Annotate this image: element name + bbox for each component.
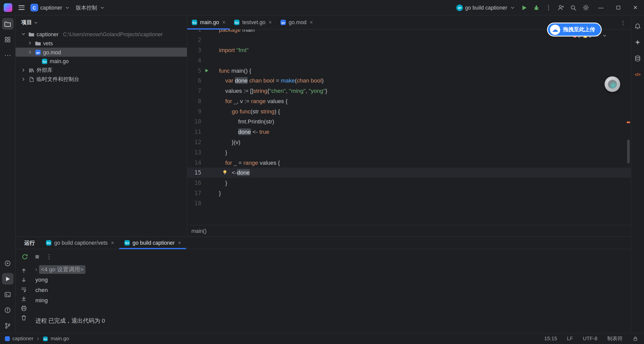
ai-assistant-button[interactable] [632, 36, 643, 48]
line-number: 2 [187, 35, 201, 45]
tree-item-临时文件和控制台[interactable]: 临时文件和控制台 [16, 75, 187, 84]
code-line-5[interactable]: 5func main() { [187, 66, 631, 76]
notifications-button[interactable] [632, 21, 643, 32]
code-editor[interactable]: 1package main23import "fmt"45func main()… [187, 30, 631, 225]
close-tab-icon[interactable]: × [269, 19, 272, 25]
endpoints-button[interactable]: </> [632, 69, 643, 80]
more-actions-button[interactable]: ⋮ [543, 2, 554, 14]
chevron-right-icon[interactable] [27, 41, 33, 46]
code-line-7[interactable]: 7 values := []string{"chen", "ming", "yo… [187, 86, 631, 96]
services-tool-button[interactable] [2, 257, 13, 269]
editor-tab-main.go[interactable]: Gomain.go× [187, 16, 229, 29]
more-tool-windows-button[interactable]: ⋯ [2, 49, 13, 61]
code-line-10[interactable]: 10 fmt.Println(str) [187, 117, 631, 127]
chevron-right-icon[interactable] [27, 50, 33, 55]
code-line-15[interactable]: 15 <-done [187, 168, 631, 178]
chevron-right-icon[interactable] [21, 77, 26, 82]
code-line-17[interactable]: 17} [187, 188, 631, 198]
code-line-8[interactable]: 8 for _, v := range values { [187, 96, 631, 106]
problems-tool-button[interactable] [2, 304, 13, 316]
terminal-tool-button[interactable] [2, 289, 13, 300]
upload-overlay[interactable]: ☁ 拖拽至此上传 [547, 23, 602, 37]
close-tab-icon[interactable]: × [178, 240, 181, 246]
vcs-widget[interactable]: 版本控制 [73, 2, 108, 14]
clear-console-button[interactable] [21, 315, 27, 321]
chevron-down-icon[interactable] [21, 32, 26, 37]
run-config-selector[interactable]: go go build captioner [454, 2, 518, 14]
close-tab-icon[interactable]: × [111, 240, 114, 246]
lock-icon[interactable] [632, 336, 638, 342]
project-panel-header[interactable]: 项目 [16, 16, 187, 30]
tree-item-captioner[interactable]: captionerC:\Users\meowr\GolandProjects\c… [16, 30, 187, 39]
maximize-button[interactable] [610, 0, 627, 15]
tab-options-button[interactable]: ⋮ [615, 16, 631, 29]
rerun-button[interactable] [21, 253, 28, 260]
line-number: 1 [187, 30, 201, 35]
code-line-3[interactable]: 3import "fmt" [187, 45, 631, 55]
scroll-to-end-button[interactable] [21, 296, 27, 302]
folded-output-chip[interactable]: <4 go 设置调用> [39, 265, 86, 274]
main-menu-button[interactable] [16, 2, 27, 14]
soft-wrap-button[interactable] [21, 286, 27, 293]
project-widget[interactable]: C captioner [27, 2, 73, 14]
editor-tab-testvet.go[interactable]: Gotestvet.go× [229, 16, 276, 29]
code-line-16[interactable]: 16 } [187, 178, 631, 188]
code-line-13[interactable]: 13 } [187, 147, 631, 158]
file-encoding[interactable]: UTF-8 [583, 336, 597, 342]
line-ending[interactable]: LF [567, 336, 573, 342]
code-line-6[interactable]: 6 var done chan bool = make(chan bool) [187, 76, 631, 86]
breadcrumb[interactable]: main() [187, 225, 631, 237]
caret-position[interactable]: 15:15 [544, 336, 557, 342]
scrollbar-thumb[interactable] [627, 140, 630, 163]
code-line-12[interactable]: 12 }(v) [187, 137, 631, 147]
statusbar-file[interactable]: main.go [51, 336, 69, 342]
up-stack-button[interactable] [21, 267, 27, 274]
structure-tool-button[interactable] [2, 34, 13, 45]
down-stack-button[interactable] [21, 277, 27, 283]
debug-button[interactable] [530, 2, 543, 14]
run-panel-title[interactable]: 运行 [16, 237, 41, 249]
code-line-11[interactable]: 11 done <- true [187, 127, 631, 137]
editor-tab-go.mod[interactable]: gogo.mod× [276, 16, 317, 29]
next-problem-button[interactable] [602, 33, 607, 38]
run-tab-go build captioner/vets[interactable]: Gogo build captioner/vets× [41, 237, 119, 249]
tree-item-go.mod[interactable]: gogo.mod [16, 48, 187, 57]
tree-item-外部库[interactable]: 外部库 [16, 66, 187, 75]
floating-overlay-widget[interactable] [605, 76, 620, 92]
close-button[interactable]: × [627, 0, 644, 15]
statusbar-breadcrumb[interactable]: captioner Go main.go [5, 336, 69, 342]
search-everywhere-button[interactable] [567, 2, 580, 14]
chevron-right-icon[interactable] [21, 68, 26, 73]
kebab-icon[interactable]: ⋮ [46, 253, 52, 260]
project-tool-button[interactable] [2, 18, 13, 30]
intention-bulb-icon[interactable] [222, 170, 227, 175]
print-button[interactable] [21, 305, 27, 312]
code-text: import "fmt" [212, 45, 249, 55]
code-line-4[interactable]: 4 [187, 55, 631, 66]
settings-button[interactable] [580, 2, 592, 14]
indent-style[interactable]: 制表符 [607, 335, 623, 342]
close-tab-icon[interactable]: × [222, 19, 225, 25]
stop-button[interactable] [34, 253, 40, 260]
editor-scrollbar[interactable] [627, 30, 630, 225]
code-line-18[interactable]: 18 [187, 198, 631, 209]
code-with-me-button[interactable] [554, 2, 567, 14]
console-line: chen [35, 285, 631, 295]
database-button[interactable] [632, 53, 643, 64]
vcs-tool-button[interactable] [2, 320, 13, 331]
code-line-14[interactable]: 14 for _ = range values { [187, 157, 631, 168]
tree-item-vets[interactable]: vets [16, 38, 187, 48]
minimize-button[interactable]: — [592, 0, 610, 15]
statusbar-project[interactable]: captioner [12, 336, 33, 342]
run-gutter-icon[interactable] [201, 66, 212, 76]
close-tab-icon[interactable]: × [310, 19, 313, 25]
code-line-9[interactable]: 9 go func(str string) { [187, 106, 631, 117]
run-button[interactable] [518, 2, 530, 14]
gutter [201, 45, 212, 55]
run-tool-button[interactable] [2, 273, 13, 285]
tree-item-main.go[interactable]: Gomain.go [16, 57, 187, 66]
run-tab-go build captioner[interactable]: Gogo build captioner× [119, 237, 186, 249]
console-output[interactable]: ›<4 go 设置调用>yongchenming进程 已完成，退出代码为 0 [32, 264, 631, 333]
fold-arrow-icon[interactable]: › [35, 264, 37, 275]
breadcrumb-item[interactable]: main() [191, 228, 207, 234]
